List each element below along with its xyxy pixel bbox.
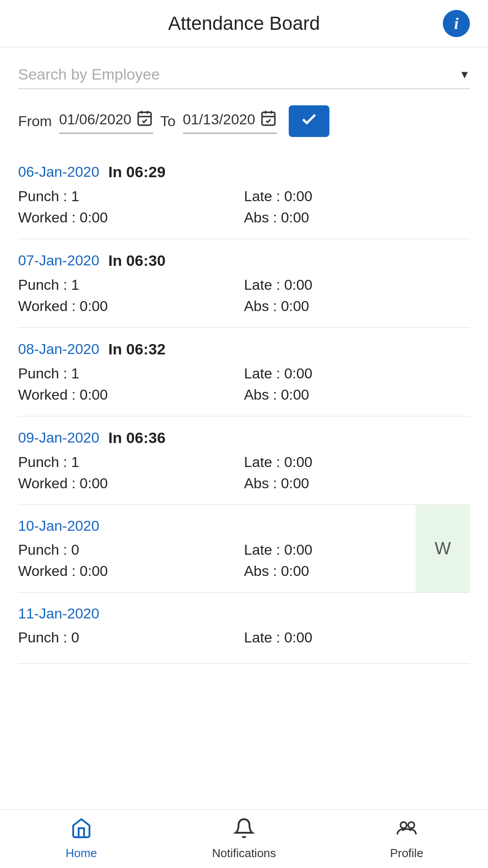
- attendance-entry-1[interactable]: 06-Jan-2020 In 06:29 Punch : 1 Late : 0:…: [18, 151, 470, 239]
- entry-punch: Punch : 0: [18, 629, 244, 646]
- entry-in-time: In 06:30: [108, 252, 166, 269]
- to-date-field[interactable]: 01/13/2020: [183, 109, 277, 133]
- to-label: To: [160, 113, 176, 130]
- entry-late: Late : 0:00: [244, 277, 470, 293]
- nav-notifications[interactable]: Notifications: [163, 817, 325, 860]
- entry-details: Punch : 1 Late : 0:00 Worked : 0:00 Abs …: [18, 365, 470, 403]
- entry-punch: Punch : 1: [18, 277, 244, 293]
- bell-icon: [233, 817, 255, 844]
- entry-date: 10-Jan-2020: [18, 518, 99, 534]
- entry-late: Late : 0:00: [244, 365, 470, 382]
- from-date-field[interactable]: 01/06/2020: [59, 109, 153, 133]
- entry-date: 06-Jan-2020: [18, 164, 99, 180]
- attendance-entry-4[interactable]: 09-Jan-2020 In 06:36 Punch : 1 Late : 0:…: [18, 416, 470, 505]
- entry-late: Late : 0:00: [244, 629, 470, 646]
- entry-header: 08-Jan-2020 In 06:32: [18, 340, 470, 358]
- entry-abs: Abs : 0:00: [244, 298, 470, 315]
- entry-abs: Abs : 0:00: [244, 209, 470, 226]
- bottom-navigation: Home Notifications Profile: [0, 809, 488, 868]
- notifications-label: Notifications: [212, 846, 276, 860]
- home-label: Home: [66, 846, 97, 860]
- entry-date: 07-Jan-2020: [18, 252, 99, 269]
- to-date-value: 01/13/2020: [183, 111, 255, 128]
- entry-punch: Punch : 0: [18, 542, 244, 558]
- entry-worked: Worked : 0:00: [18, 475, 244, 492]
- entry-in-time: In 06:36: [108, 429, 166, 447]
- profile-icon: [396, 817, 418, 844]
- nav-profile[interactable]: Profile: [325, 817, 488, 860]
- nav-home[interactable]: Home: [0, 817, 163, 860]
- svg-rect-0: [138, 112, 151, 125]
- info-icon: i: [454, 15, 459, 32]
- entry-details: Punch : 0 Late : 0:00: [18, 629, 470, 651]
- entry-worked: Worked : 0:00: [18, 563, 244, 580]
- entry-punch: Punch : 1: [18, 454, 244, 471]
- weekend-badge: W: [416, 505, 470, 592]
- from-date-value: 01/06/2020: [59, 111, 131, 128]
- entry-header: 09-Jan-2020 In 06:36: [18, 429, 470, 447]
- entry-details: Punch : 0 Late : 0:00 Worked : 0:00 Abs …: [18, 542, 470, 580]
- entry-details: Punch : 1 Late : 0:00 Worked : 0:00 Abs …: [18, 454, 470, 492]
- attendance-entry-2[interactable]: 07-Jan-2020 In 06:30 Punch : 1 Late : 0:…: [18, 239, 470, 328]
- to-calendar-icon[interactable]: [260, 109, 277, 130]
- svg-rect-4: [262, 112, 275, 125]
- dropdown-arrow-icon: ▼: [459, 68, 470, 81]
- header: Attendance Board i: [0, 0, 488, 47]
- confirm-date-button[interactable]: [289, 105, 329, 137]
- entry-in-time: In 06:32: [108, 340, 166, 358]
- attendance-list: 06-Jan-2020 In 06:29 Punch : 1 Late : 0:…: [0, 142, 488, 673]
- attendance-entry-5[interactable]: 10-Jan-2020 Punch : 0 Late : 0:00 Worked…: [18, 505, 470, 593]
- attendance-entry-3[interactable]: 08-Jan-2020 In 06:32 Punch : 1 Late : 0:…: [18, 328, 470, 416]
- confirm-checkmark-icon: [300, 110, 318, 132]
- employee-search-dropdown[interactable]: Search by Employee ▼: [18, 66, 470, 89]
- from-calendar-icon[interactable]: [136, 109, 153, 130]
- date-range-section: From 01/06/2020 To 01/13/2020: [0, 89, 488, 142]
- svg-point-9: [408, 822, 414, 828]
- attendance-entry-6[interactable]: 11-Jan-2020 Punch : 0 Late : 0:00: [18, 593, 470, 664]
- entry-date: 09-Jan-2020: [18, 429, 99, 446]
- entry-details: Punch : 1 Late : 0:00 Worked : 0:00 Abs …: [18, 277, 470, 315]
- entry-date: 11-Jan-2020: [18, 605, 99, 622]
- entry-details: Punch : 1 Late : 0:00 Worked : 0:00 Abs …: [18, 188, 470, 226]
- entry-late: Late : 0:00: [244, 188, 470, 205]
- entry-abs: Abs : 0:00: [244, 387, 470, 403]
- entry-worked: Worked : 0:00: [18, 209, 244, 226]
- entry-worked: Worked : 0:00: [18, 387, 244, 403]
- profile-label: Profile: [390, 846, 423, 860]
- from-label: From: [18, 113, 52, 130]
- entry-header: 11-Jan-2020: [18, 605, 470, 622]
- entry-header: 06-Jan-2020 In 06:29: [18, 163, 470, 181]
- svg-point-8: [400, 822, 407, 828]
- info-button[interactable]: i: [443, 10, 470, 37]
- entry-in-time: In 06:29: [108, 163, 166, 181]
- entry-punch: Punch : 1: [18, 365, 244, 382]
- search-section: Search by Employee ▼: [0, 47, 488, 89]
- entry-date: 08-Jan-2020: [18, 341, 99, 358]
- search-placeholder: Search by Employee: [18, 66, 160, 83]
- home-icon: [70, 817, 92, 844]
- entry-header: 10-Jan-2020: [18, 518, 470, 534]
- entry-punch: Punch : 1: [18, 188, 244, 205]
- entry-header: 07-Jan-2020 In 06:30: [18, 252, 470, 269]
- entry-abs: Abs : 0:00: [244, 475, 470, 492]
- entry-worked: Worked : 0:00: [18, 298, 244, 315]
- entry-late: Late : 0:00: [244, 454, 470, 471]
- page-title: Attendance Board: [168, 13, 320, 34]
